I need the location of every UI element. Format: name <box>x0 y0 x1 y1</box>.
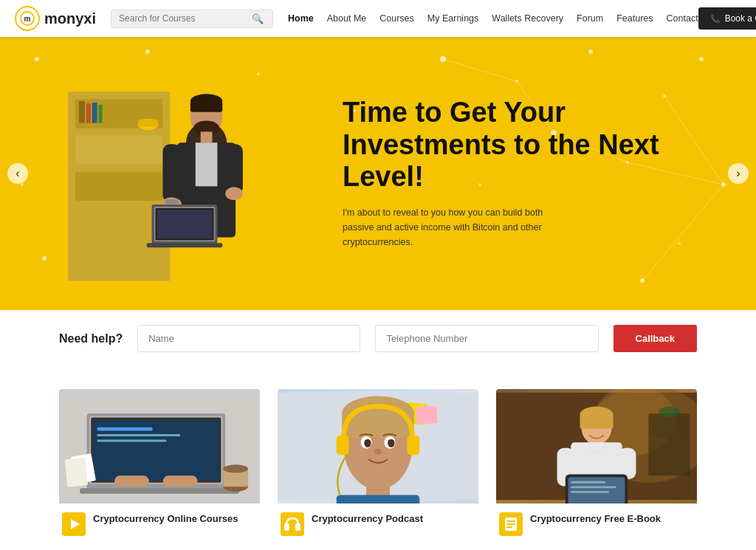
svg-rect-51 <box>165 199 178 204</box>
svg-rect-89 <box>337 436 349 455</box>
svg-rect-106 <box>571 486 616 488</box>
card-footer-ebook: Cryptocurrency Free E-Book <box>496 503 697 536</box>
card-courses: Cryptocurrency Online Courses <box>59 389 260 536</box>
name-input[interactable] <box>137 325 360 352</box>
svg-rect-35 <box>92 103 97 123</box>
svg-rect-47 <box>162 144 181 202</box>
svg-rect-33 <box>79 101 85 123</box>
svg-rect-92 <box>284 523 289 531</box>
svg-point-110 <box>659 407 679 418</box>
cards-section: Cryptocurrency Online Courses <box>0 367 756 550</box>
phone-input[interactable] <box>375 325 598 352</box>
svg-point-86 <box>374 449 381 455</box>
svg-line-22 <box>443 59 517 81</box>
svg-point-10 <box>699 57 704 61</box>
svg-point-7 <box>515 80 518 83</box>
svg-point-18 <box>640 278 645 283</box>
card-ebook: Cryptocurrency Free E-Book <box>496 389 697 536</box>
svg-rect-32 <box>75 208 162 237</box>
svg-point-8 <box>588 49 593 54</box>
card-image-ebook <box>496 389 697 503</box>
svg-rect-55 <box>157 210 213 238</box>
logo-text: monyxi <box>44 10 96 27</box>
svg-rect-77 <box>416 406 437 424</box>
svg-point-16 <box>721 182 726 187</box>
nav-home[interactable]: Home <box>288 13 314 24</box>
svg-rect-56 <box>147 243 223 247</box>
hero-title: Time to Get Your Investments to the Next… <box>343 97 667 193</box>
card-footer-courses: Cryptocurrency Online Courses <box>59 503 260 536</box>
logo-icon: m <box>15 6 40 31</box>
svg-point-20 <box>42 256 47 261</box>
nav-earnings[interactable]: My Earnings <box>427 13 478 24</box>
phone-icon: 📞 <box>710 14 721 24</box>
hero-section: Time to Get Your Investments to the Next… <box>0 37 756 310</box>
svg-rect-30 <box>75 135 162 164</box>
play-icon <box>62 512 86 536</box>
hero-subtitle: I'm about to reveal to you how you can b… <box>343 206 564 250</box>
callback-button[interactable]: Callback <box>614 325 697 352</box>
svg-rect-88 <box>337 495 420 503</box>
svg-point-85 <box>388 439 394 447</box>
svg-rect-115 <box>506 526 512 528</box>
nav-contact[interactable]: Contact <box>667 13 698 24</box>
main-nav: Home About Me Courses My Earnings Wallet… <box>288 13 698 24</box>
svg-rect-90 <box>407 436 419 455</box>
hero-prev-arrow[interactable]: ‹ <box>7 163 28 184</box>
svg-point-6 <box>440 56 446 62</box>
card-title-courses: Cryptocurrency Online Courses <box>93 512 238 526</box>
card-title-ebook: Cryptocurrency Free E-Book <box>530 512 661 526</box>
svg-rect-109 <box>652 417 687 438</box>
svg-rect-69 <box>114 475 149 487</box>
hero-content: Time to Get Your Investments to the Next… <box>343 97 667 250</box>
svg-point-84 <box>364 439 371 447</box>
card-title-podcast: Cryptocurrency Podcast <box>312 512 423 526</box>
nav-features[interactable]: Features <box>616 13 653 24</box>
nav-courses[interactable]: Courses <box>379 13 414 24</box>
svg-rect-62 <box>97 427 153 431</box>
svg-rect-31 <box>75 172 162 201</box>
svg-rect-93 <box>295 523 300 531</box>
svg-point-50 <box>225 187 243 200</box>
svg-rect-114 <box>506 523 515 525</box>
headphones-icon <box>281 512 304 536</box>
svg-rect-72 <box>65 458 88 487</box>
svg-rect-46 <box>196 142 218 186</box>
svg-point-17 <box>678 242 681 245</box>
hero-next-arrow[interactable]: › <box>728 163 749 184</box>
book-call-button[interactable]: 📞 Book a Call <box>698 7 756 30</box>
svg-rect-38 <box>139 120 158 127</box>
svg-rect-34 <box>86 103 91 123</box>
need-help-label: Need help? <box>59 332 123 346</box>
card-image-courses <box>59 389 260 503</box>
svg-rect-104 <box>568 477 625 503</box>
nav-wallets[interactable]: Wallets Recovery <box>492 13 563 24</box>
header: m monyxi 🔍 Home About Me Courses My Earn… <box>0 0 756 37</box>
svg-rect-64 <box>97 440 167 442</box>
svg-rect-36 <box>99 105 103 123</box>
svg-point-19 <box>21 183 24 186</box>
svg-rect-105 <box>571 481 605 484</box>
search-input[interactable] <box>119 13 252 24</box>
nav-about[interactable]: About Me <box>327 13 367 24</box>
svg-rect-65 <box>80 488 239 494</box>
card-image-podcast <box>278 389 478 503</box>
card-footer-podcast: Cryptocurrency Podcast <box>278 503 478 536</box>
search-icon: 🔍 <box>252 13 264 24</box>
svg-rect-70 <box>163 475 198 487</box>
svg-rect-107 <box>571 491 609 493</box>
svg-point-68 <box>223 464 248 472</box>
search-bar[interactable]: 🔍 <box>111 10 273 28</box>
svg-point-2 <box>35 57 39 61</box>
svg-rect-91 <box>281 512 304 536</box>
svg-rect-113 <box>506 520 515 522</box>
callback-section: Need help? Callback <box>0 310 756 367</box>
svg-rect-42 <box>190 101 222 112</box>
nav-forum[interactable]: Forum <box>577 13 603 24</box>
svg-text:m: m <box>24 15 31 23</box>
logo[interactable]: m monyxi <box>15 6 96 31</box>
svg-rect-99 <box>580 415 613 429</box>
svg-line-26 <box>664 96 724 185</box>
hero-person-image <box>59 44 310 310</box>
card-podcast: Cryptocurrency Podcast <box>278 389 478 536</box>
